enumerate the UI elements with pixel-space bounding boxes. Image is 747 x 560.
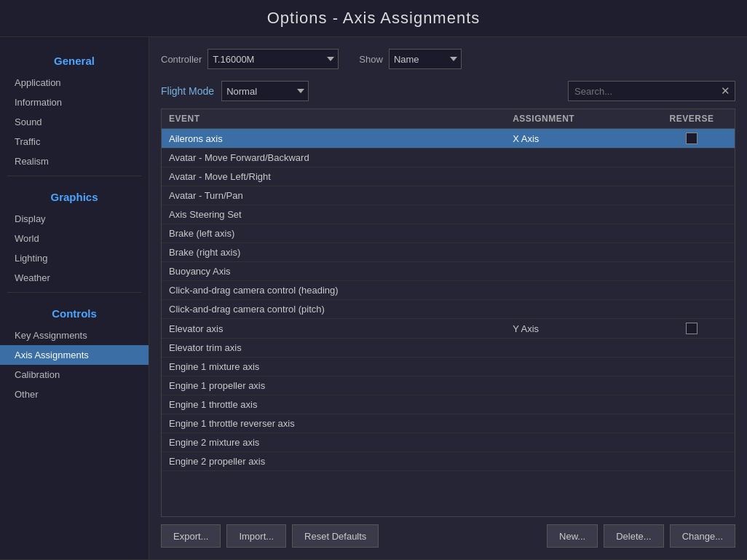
reverse-cell[interactable]	[649, 300, 735, 319]
assignment-cell	[505, 395, 649, 414]
table-row[interactable]: Buoyancy Axis	[162, 262, 735, 281]
new-button[interactable]: New...	[547, 524, 598, 548]
assignment-cell	[505, 433, 649, 452]
table-row[interactable]: Engine 1 throttle reverser axis	[162, 414, 735, 433]
event-cell: Avatar - Move Left/Right	[162, 167, 505, 186]
col-header-reverse: REVERSE	[649, 109, 735, 129]
reset-defaults-button[interactable]: Reset Defaults	[292, 524, 379, 548]
right-buttons: New... Delete... Change...	[547, 524, 735, 548]
table-row[interactable]: Engine 2 mixture axis	[162, 433, 735, 452]
event-cell: Avatar - Move Forward/Backward	[162, 149, 505, 167]
table-row[interactable]: Engine 2 propeller axis	[162, 452, 735, 471]
table-row[interactable]: Elevator trim axis	[162, 339, 735, 358]
table-row[interactable]: Ailerons axisX Axis	[162, 129, 735, 149]
sidebar-item-other[interactable]: Other	[0, 384, 149, 404]
event-cell: Engine 1 mixture axis	[162, 358, 505, 376]
sidebar-item-information[interactable]: Information	[0, 92, 149, 112]
reverse-cell[interactable]	[649, 433, 735, 452]
table-row[interactable]: Avatar - Move Left/Right	[162, 167, 735, 186]
event-cell: Ailerons axis	[162, 129, 505, 149]
table-row[interactable]: Engine 1 mixture axis	[162, 358, 735, 376]
content-area: Controller T.16000M Keyboard Mouse Show …	[149, 37, 747, 559]
col-header-assignment: ASSIGNMENT	[505, 109, 649, 129]
table-row[interactable]: Avatar - Turn/Pan	[162, 186, 735, 205]
sidebar-item-world[interactable]: World	[0, 229, 149, 248]
reverse-cell[interactable]	[649, 376, 735, 395]
search-input[interactable]	[569, 83, 716, 100]
search-clear-icon[interactable]: ✕	[716, 84, 735, 98]
sidebar-item-calibration[interactable]: Calibration	[0, 365, 149, 384]
event-cell: Engine 1 propeller axis	[162, 376, 505, 395]
reverse-cell[interactable]	[649, 205, 735, 224]
table-row[interactable]: Brake (right axis)	[162, 243, 735, 262]
assignment-cell	[505, 262, 649, 281]
import-button[interactable]: Import...	[226, 524, 286, 548]
event-cell: Brake (right axis)	[162, 243, 505, 262]
reverse-cell[interactable]	[649, 319, 735, 339]
reverse-cell[interactable]	[649, 186, 735, 205]
assignment-cell	[505, 281, 649, 300]
table-row[interactable]: Click-and-drag camera control (heading)	[162, 281, 735, 300]
controller-select[interactable]: T.16000M Keyboard Mouse	[208, 49, 339, 69]
assignment-cell: Y Axis	[505, 319, 649, 339]
reverse-cell[interactable]	[649, 129, 735, 149]
assignment-cell: X Axis	[505, 129, 649, 149]
sidebar-divider-1	[7, 176, 141, 176]
sidebar: General Application Information Sound Tr…	[0, 37, 149, 559]
reverse-cell[interactable]	[649, 358, 735, 376]
table-row[interactable]: Click-and-drag camera control (pitch)	[162, 300, 735, 319]
sidebar-item-weather[interactable]: Weather	[0, 268, 149, 288]
event-cell: Engine 2 mixture axis	[162, 433, 505, 452]
reverse-cell[interactable]	[649, 339, 735, 358]
reverse-cell[interactable]	[649, 452, 735, 471]
controller-label: Controller	[161, 54, 202, 65]
reverse-cell[interactable]	[649, 224, 735, 243]
sidebar-item-key-assignments[interactable]: Key Assignments	[0, 326, 149, 345]
search-container: ✕	[568, 81, 735, 101]
reverse-cell[interactable]	[649, 281, 735, 300]
event-table[interactable]: EVENT ASSIGNMENT REVERSE Ailerons axisX …	[161, 109, 735, 517]
show-select[interactable]: Name ID	[389, 49, 462, 69]
event-cell: Axis Steering Set	[162, 205, 505, 224]
event-cell: Engine 1 throttle axis	[162, 395, 505, 414]
flight-mode-select[interactable]: Normal Advanced	[221, 81, 309, 101]
reverse-cell[interactable]	[649, 414, 735, 433]
table-row[interactable]: Avatar - Move Forward/Backward	[162, 149, 735, 167]
bottom-buttons: Export... Import... Reset Defaults New..…	[161, 524, 735, 548]
change-button[interactable]: Change...	[670, 524, 735, 548]
reverse-cell[interactable]	[649, 167, 735, 186]
delete-button[interactable]: Delete...	[604, 524, 663, 548]
table-body: Ailerons axisX AxisAvatar - Move Forward…	[162, 129, 735, 471]
table-row[interactable]: Axis Steering Set	[162, 205, 735, 224]
event-cell: Click-and-drag camera control (pitch)	[162, 300, 505, 319]
reverse-cell[interactable]	[649, 262, 735, 281]
reverse-cell[interactable]	[649, 149, 735, 167]
table-row[interactable]: Engine 1 throttle axis	[162, 395, 735, 414]
sidebar-item-display[interactable]: Display	[0, 209, 149, 229]
sidebar-item-axis-assignments[interactable]: Axis Assignments	[0, 345, 149, 365]
controls-group-label: Controls	[0, 297, 149, 326]
sidebar-item-traffic[interactable]: Traffic	[0, 132, 149, 151]
general-group-label: General	[0, 44, 149, 73]
top-controls: Controller T.16000M Keyboard Mouse Show …	[161, 49, 735, 69]
sidebar-item-application[interactable]: Application	[0, 73, 149, 92]
export-button[interactable]: Export...	[161, 524, 221, 548]
assignment-cell	[505, 186, 649, 205]
table-row[interactable]: Engine 1 propeller axis	[162, 376, 735, 395]
reverse-cell[interactable]	[649, 395, 735, 414]
reverse-checkbox[interactable]	[686, 133, 697, 144]
table-row[interactable]: Brake (left axis)	[162, 224, 735, 243]
assignment-cell	[505, 224, 649, 243]
event-cell: Engine 1 throttle reverser axis	[162, 414, 505, 433]
window-title: Options - Axis Assignments	[0, 0, 747, 37]
event-cell: Buoyancy Axis	[162, 262, 505, 281]
assignment-cell	[505, 149, 649, 167]
assignment-cell	[505, 205, 649, 224]
table-row[interactable]: Elevator axisY Axis	[162, 319, 735, 339]
assignment-cell	[505, 167, 649, 186]
sidebar-item-realism[interactable]: Realism	[0, 151, 149, 171]
reverse-cell[interactable]	[649, 243, 735, 262]
sidebar-item-sound[interactable]: Sound	[0, 112, 149, 132]
sidebar-item-lighting[interactable]: Lighting	[0, 248, 149, 268]
reverse-checkbox[interactable]	[686, 323, 697, 334]
